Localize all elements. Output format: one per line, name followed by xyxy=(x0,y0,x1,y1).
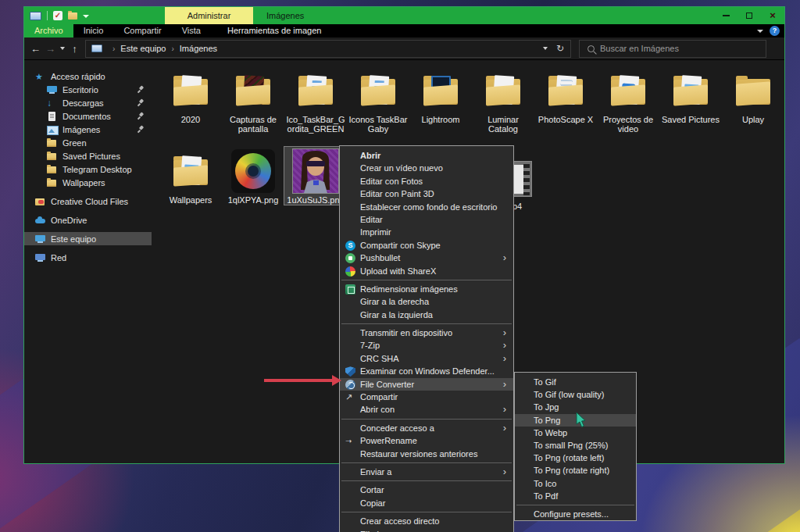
file-tile-1qlxpya-png[interactable]: 1qlXPYA.png xyxy=(222,147,284,205)
file-tile-photoscape-x[interactable]: PhotoScape X xyxy=(534,66,597,134)
file-tile-wallpapers[interactable]: Wallpapers xyxy=(159,147,222,205)
pin-icon[interactable] xyxy=(137,85,145,93)
menu-item-transmitir-en-dispositivo[interactable]: Transmitir en dispositivo › xyxy=(340,327,513,339)
minimize-button[interactable] xyxy=(714,7,738,24)
context-menu: Abrir Crear un vídeo nuevo Editar con Fo… xyxy=(339,145,514,532)
file-tile-ico-taskbar-gordita-green[interactable]: Ico_TaskBar_Gordita_GREEN xyxy=(284,66,347,134)
menu-item-7-zip[interactable]: 7-Zip › xyxy=(340,339,513,352)
search-input[interactable] xyxy=(600,44,741,53)
pin-icon[interactable] xyxy=(137,125,145,133)
breadcrumb-imagenes[interactable]: Imágenes xyxy=(180,44,217,53)
down-icon: ↓ xyxy=(47,98,57,108)
tab-inicio[interactable]: Inicio xyxy=(73,24,114,37)
sidebar-item-acceso-r-pido[interactable]: ★ Acceso rápido xyxy=(24,70,152,83)
menu-item-powerrename[interactable]: PowerRename ➝ xyxy=(340,434,513,447)
sidebar-item-documentos[interactable]: Documentos xyxy=(24,109,152,123)
menu-item-abrir-con[interactable]: Abrir con › xyxy=(340,403,513,416)
sidebar-item-descargas[interactable]: ↓ Descargas xyxy=(24,96,152,109)
menu-item-girar-a-la-derecha[interactable]: Girar a la derecha xyxy=(340,295,513,308)
menu-item-configure-presets[interactable]: Configure presets... xyxy=(515,508,636,520)
menu-item-to-webp[interactable]: To Webp xyxy=(515,427,636,439)
sidebar-item-creative-cloud-files[interactable]: Creative Cloud Files xyxy=(24,195,152,208)
menu-item-enviar-a[interactable]: Enviar a › xyxy=(340,466,513,478)
menu-item-conceder-acceso-a[interactable]: Conceder acceso a › xyxy=(340,422,513,434)
menu-item-copiar[interactable]: Copiar xyxy=(340,497,513,509)
menu-item-to-pdf[interactable]: To Pdf xyxy=(515,490,636,502)
menu-item-editar-con-paint-3d[interactable]: Editar con Paint 3D xyxy=(340,187,513,200)
menu-item-girar-a-la-izquierda[interactable]: Girar a la izquierda xyxy=(340,309,513,321)
address-dropdown-chevron-icon[interactable] xyxy=(543,47,548,50)
menu-item-pushbullet[interactable]: Pushbullet › xyxy=(340,252,513,264)
annotation-arrow xyxy=(264,379,333,382)
address-box[interactable]: › Este equipo › Imágenes ↻ xyxy=(85,40,571,58)
menu-item-abrir[interactable]: Abrir xyxy=(340,149,513,162)
menu-item-to-png-rotate-right[interactable]: To Png (rotate right) xyxy=(515,464,636,477)
file-tile-1uxusujs-png[interactable]: 1uXuSuJS.png xyxy=(284,147,347,205)
tab-vista[interactable]: Vista xyxy=(172,24,211,37)
file-row: Wallpapers 1qlXPYA.png 1uXuSuJS.png xyxy=(159,147,347,205)
pin-icon[interactable] xyxy=(137,112,145,120)
cloud-icon xyxy=(35,216,45,225)
contextual-tab-administrar[interactable]: Administrar xyxy=(165,7,253,24)
search-box[interactable] xyxy=(579,40,766,58)
menu-item-eliminar[interactable]: Eliminar xyxy=(340,528,513,532)
menu-item-editar[interactable]: Editar xyxy=(340,213,513,226)
file-row: 2020 Capturas de pantalla Ico_TaskBar_Go… xyxy=(159,66,784,134)
sidebar-item-green[interactable]: Green xyxy=(24,136,152,149)
menu-item-to-png-rotate-left[interactable]: To Png (rotate left) xyxy=(515,452,636,464)
sidebar-item-escritorio[interactable]: Escritorio xyxy=(24,83,152,96)
sidebar-item-onedrive[interactable]: OneDrive xyxy=(24,213,152,227)
sidebar-item-este-equipo[interactable]: Este equipo xyxy=(24,232,152,245)
expand-ribbon-chevron-icon[interactable] xyxy=(757,30,763,33)
menu-item-to-ico[interactable]: To Ico xyxy=(515,477,636,490)
menu-item-crear-acceso-directo[interactable]: Crear acceso directo xyxy=(340,515,513,527)
recent-locations-chevron-icon[interactable] xyxy=(60,47,65,50)
maximize-button[interactable] xyxy=(738,7,761,24)
pin-icon[interactable] xyxy=(137,98,145,106)
menu-item-redimensionar-im-genes[interactable]: Redimensionar imágenes xyxy=(340,283,513,295)
ccloud-icon xyxy=(35,197,45,206)
help-icon[interactable]: ? xyxy=(770,26,780,36)
menu-item-to-small-png-25[interactable]: To small Png (25%) xyxy=(515,439,636,452)
menu-item-file-converter[interactable]: File Converter › xyxy=(340,378,513,391)
menu-item-imprimir[interactable]: Imprimir xyxy=(340,226,513,238)
tab-herramientas-de-imagen[interactable]: Herramientas de imagen xyxy=(217,24,331,37)
file-tile-lightroom[interactable]: Lrc Lightroom xyxy=(409,66,472,134)
menu-item-compartir[interactable]: Compartir ↗ xyxy=(340,391,513,403)
menu-item-crc-sha[interactable]: CRC SHA › xyxy=(340,352,513,365)
file-tile-iconos-taskbar-gaby[interactable]: Iconos TaskBar Gaby xyxy=(347,66,409,134)
customize-chevron-icon[interactable] xyxy=(83,15,89,18)
close-button[interactable]: × xyxy=(761,7,784,24)
menu-item-restaurar-versiones-anteriores[interactable]: Restaurar versiones anteriores xyxy=(340,448,513,460)
menu-item-compartir-con-skype[interactable]: Compartir con Skype S xyxy=(340,239,513,252)
menu-item-editar-con-fotos[interactable]: Editar con Fotos xyxy=(340,175,513,187)
file-tile-2020[interactable]: 2020 xyxy=(159,66,222,134)
sidebar-item-telegram-desktop[interactable]: Telegram Desktop xyxy=(24,162,152,176)
back-button[interactable]: ← xyxy=(28,43,43,55)
menu-item-to-gif[interactable]: To Gif xyxy=(515,376,636,388)
forward-button[interactable]: → xyxy=(43,43,58,55)
menu-item-crear-un-v-deo-nuevo[interactable]: Crear un vídeo nuevo xyxy=(340,162,513,174)
file-tile-capturas-de-pantalla[interactable]: Capturas de pantalla xyxy=(222,66,284,134)
tab-archivo[interactable]: Archivo xyxy=(24,24,73,37)
menu-item-upload-with-sharex[interactable]: Upload with ShareX xyxy=(340,265,513,277)
title-bar[interactable]: ✓ Administrar Imágenes × xyxy=(24,7,784,24)
properties-check-icon[interactable]: ✓ xyxy=(53,11,62,20)
menu-item-to-gif-low-quality[interactable]: To Gif (low quality) xyxy=(515,388,636,401)
new-folder-icon[interactable] xyxy=(68,12,77,20)
sidebar-item-saved-pictures[interactable]: Saved Pictures xyxy=(24,149,152,162)
file-tile-uplay[interactable]: Uplay xyxy=(722,66,784,134)
breadcrumb-este-equipo[interactable]: Este equipo xyxy=(120,44,166,53)
file-tile-luminar-catalog[interactable]: Luminar Catalog xyxy=(472,66,534,134)
sidebar-item-wallpapers[interactable]: Wallpapers xyxy=(24,176,152,189)
sidebar-item-im-genes[interactable]: Imágenes xyxy=(24,123,152,136)
menu-item-cortar[interactable]: Cortar xyxy=(340,484,513,496)
tab-compartir[interactable]: Compartir xyxy=(113,24,171,37)
refresh-icon[interactable]: ↻ xyxy=(550,43,570,54)
up-button[interactable]: ↑ xyxy=(67,43,82,55)
file-tile-saved-pictures[interactable]: Saved Pictures xyxy=(659,66,722,134)
file-tile-proyectos-de-video[interactable]: ▶ Proyectos de video xyxy=(597,66,659,134)
sidebar-item-red[interactable]: Red xyxy=(24,251,152,264)
menu-item-examinar-con-windows-defender[interactable]: Examinar con Windows Defender... xyxy=(340,365,513,377)
menu-item-establecer-como-fondo-de-escritorio[interactable]: Establecer como fondo de escritorio xyxy=(340,201,513,213)
